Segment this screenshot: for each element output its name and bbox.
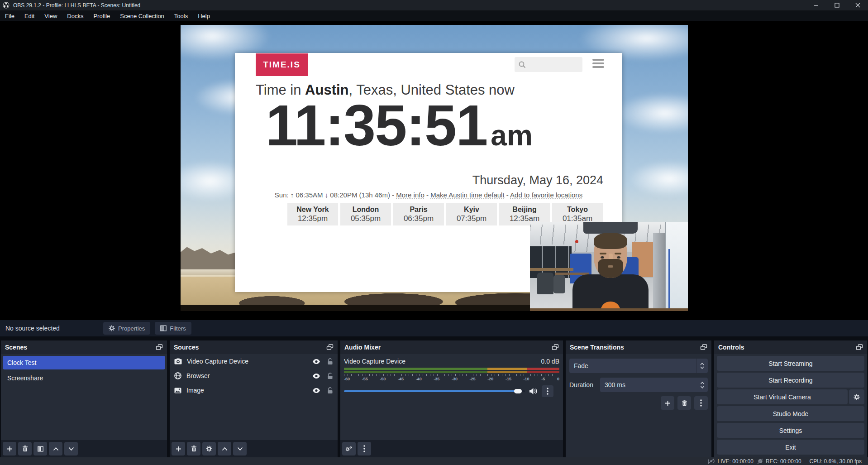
settings-button[interactable]: Settings [717, 423, 864, 438]
city-card-paris[interactable]: Paris 06:35pm [393, 203, 444, 225]
volume-meter-right [344, 371, 559, 373]
rec-status: REC: 00:00:00 [766, 458, 801, 465]
live-status: LIVE: 00:00:00 [717, 458, 753, 465]
maximize-button[interactable] [826, 0, 847, 10]
transitions-title: Scene Transitions [570, 344, 624, 351]
gear-icon [854, 394, 860, 400]
plus-icon [665, 400, 671, 406]
scenes-dock-header[interactable]: Scenes [1, 340, 167, 354]
plus-icon [176, 446, 181, 452]
scene-item-clock-test[interactable]: Clock Test [3, 356, 165, 369]
lock-open-icon[interactable] [327, 373, 333, 379]
volume-slider[interactable] [344, 390, 525, 392]
transition-select[interactable]: Fade [569, 359, 708, 373]
scene-move-down-button[interactable] [64, 442, 78, 455]
sun-info: Sun: ↑ 06:35AM ↓ 08:20PM (13h 46m) [275, 191, 390, 199]
city-name: New York [287, 206, 338, 214]
minimize-button[interactable] [806, 0, 826, 10]
visibility-eye-icon[interactable] [312, 388, 320, 393]
add-source-button[interactable] [172, 442, 185, 455]
trash-icon [682, 400, 687, 406]
scene-filters-button[interactable] [33, 442, 47, 455]
speaker-icon[interactable] [529, 388, 538, 395]
sources-dock-title: Sources [174, 344, 199, 351]
lock-open-icon[interactable] [327, 358, 333, 365]
popout-icon[interactable] [552, 344, 559, 350]
menu-file[interactable]: File [0, 10, 19, 21]
scene-move-up-button[interactable] [49, 442, 62, 455]
popout-icon[interactable] [156, 344, 163, 350]
mixer-menu-button[interactable] [358, 442, 371, 455]
more-info-link[interactable]: More info [396, 191, 424, 199]
popout-icon[interactable] [700, 344, 707, 350]
kebab-menu-icon [363, 445, 365, 452]
visibility-eye-icon[interactable] [312, 359, 320, 364]
timeis-logo[interactable]: TIME.IS [256, 53, 308, 76]
start-recording-button[interactable]: Start Recording [717, 373, 864, 388]
audio-mixer-header[interactable]: Audio Mixer [340, 340, 563, 354]
source-row-image[interactable]: Image [170, 383, 338, 398]
volume-slider-handle[interactable] [514, 389, 522, 393]
source-move-up-button[interactable] [218, 442, 231, 455]
transition-properties-button[interactable] [694, 396, 708, 410]
close-button[interactable] [847, 0, 868, 10]
scene-item-screenshare[interactable]: Screenshare [3, 371, 165, 385]
advanced-audio-button[interactable] [342, 442, 356, 455]
city-name: London [340, 206, 391, 214]
remove-scene-button[interactable] [18, 442, 32, 455]
menu-help[interactable]: Help [193, 10, 215, 21]
trash-icon [22, 446, 28, 452]
start-streaming-button[interactable]: Start Streaming [717, 356, 864, 371]
remove-source-button[interactable] [187, 442, 200, 455]
start-virtual-camera-button[interactable]: Start Virtual Camera [717, 389, 848, 404]
add-favorite-link[interactable]: Add to favorite locations [510, 191, 582, 199]
make-default-link[interactable]: Make Austin time default [430, 191, 504, 199]
plus-icon [7, 446, 13, 452]
studio-mode-button[interactable]: Studio Mode [717, 406, 864, 421]
chevron-down-icon [68, 447, 74, 451]
city-card-kyiv[interactable]: Kyiv 07:35pm [446, 203, 497, 225]
menu-edit[interactable]: Edit [19, 10, 39, 21]
source-label: Image [186, 387, 204, 394]
visibility-eye-icon[interactable] [312, 373, 320, 379]
mixer-options-button[interactable] [542, 385, 553, 397]
add-scene-button[interactable] [3, 442, 16, 455]
duration-spinbox[interactable]: 300 ms [600, 378, 708, 392]
city-card-newyork[interactable]: New York 12:35pm [287, 203, 338, 225]
lock-open-icon[interactable] [327, 387, 333, 394]
properties-button[interactable]: Properties [103, 322, 150, 335]
hamburger-menu-icon[interactable] [592, 59, 604, 70]
clock-time: 11:35:51 [266, 96, 487, 154]
titlebar[interactable]: OBS 29.1.2 - Profile: LLHLS BETA - Scene… [0, 0, 868, 10]
menu-scene-collection[interactable]: Scene Collection [115, 10, 169, 21]
city-name: Paris [393, 206, 444, 214]
virtual-camera-settings-button[interactable] [849, 389, 864, 404]
preview-canvas[interactable]: TIME.IS Time in Austin, Texas, United St… [0, 21, 868, 320]
city-time: 07:35pm [446, 214, 497, 223]
menu-docks[interactable]: Docks [62, 10, 88, 21]
source-properties-button[interactable] [202, 442, 216, 455]
trash-icon [191, 446, 197, 452]
spin-up-icon[interactable] [700, 382, 705, 384]
city-card-london[interactable]: London 05:35pm [340, 203, 391, 225]
sources-dock-header[interactable]: Sources [170, 340, 338, 354]
cloud [629, 161, 688, 197]
source-row-video-capture[interactable]: Video Capture Device [170, 354, 338, 369]
transitions-header[interactable]: Scene Transitions [566, 340, 711, 354]
menu-tools[interactable]: Tools [169, 10, 193, 21]
source-move-down-button[interactable] [233, 442, 247, 455]
audio-mixer-dock: Audio Mixer Video Capture Device 0.0 dB … [340, 340, 563, 457]
filters-button[interactable]: Filters [155, 322, 191, 335]
source-row-browser[interactable]: Browser [170, 369, 338, 383]
menu-profile[interactable]: Profile [88, 10, 115, 21]
popout-icon[interactable] [856, 344, 863, 350]
controls-header[interactable]: Controls [714, 340, 867, 354]
add-transition-button[interactable] [661, 396, 674, 410]
remove-transition-button[interactable] [677, 396, 691, 410]
spin-down-icon[interactable] [700, 386, 705, 388]
popout-icon[interactable] [326, 344, 334, 350]
menu-view[interactable]: View [39, 10, 62, 21]
timeis-search-input[interactable] [515, 57, 582, 72]
webcam-overlay [530, 222, 688, 311]
exit-button[interactable]: Exit [717, 440, 864, 455]
